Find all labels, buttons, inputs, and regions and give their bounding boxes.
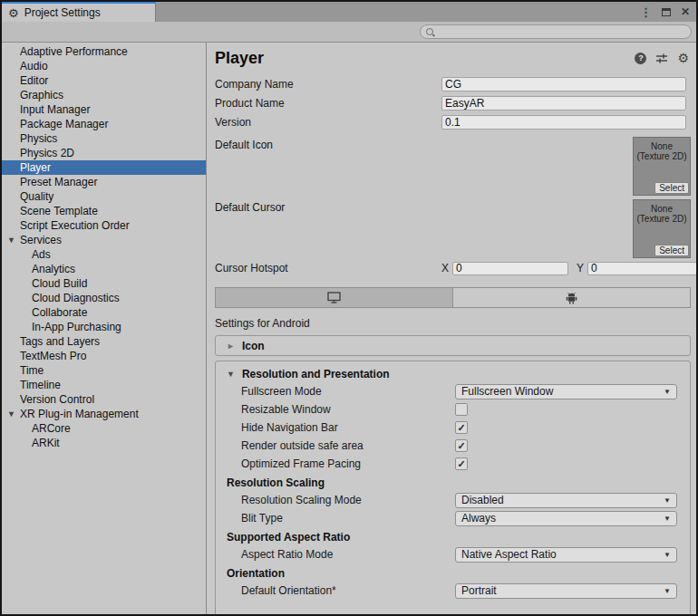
titlebar: ⚙ Project Settings ⋮ ✕ bbox=[2, 2, 696, 22]
resolution-scaling-mode-label: Resolution Scaling Mode bbox=[241, 494, 455, 506]
presets-icon[interactable] bbox=[655, 53, 668, 64]
sidebar-item-physics[interactable]: Physics bbox=[2, 131, 206, 146]
sidebar-item-package-manager[interactable]: Package Manager bbox=[2, 117, 206, 131]
help-icon[interactable]: ? bbox=[635, 53, 646, 64]
hotspot-x-field[interactable] bbox=[452, 262, 568, 275]
search-box[interactable] bbox=[420, 24, 692, 39]
sidebar-item-services[interactable]: ▼Services bbox=[2, 233, 206, 247]
chevron-right-icon: ► bbox=[227, 342, 235, 351]
sidebar-item-cloud-diagnostics[interactable]: Cloud Diagnostics bbox=[2, 291, 206, 305]
aspect-ratio-mode-label: Aspect Ratio Mode bbox=[241, 548, 455, 561]
resolution-presentation-title: Resolution and Presentation bbox=[242, 368, 390, 380]
hotspot-y-label: Y bbox=[577, 262, 584, 274]
sidebar-item-textmesh-pro[interactable]: TextMesh Pro bbox=[2, 349, 206, 363]
default-icon-texture-slot[interactable]: None (Texture 2D) Select bbox=[633, 137, 691, 196]
sidebar-item-scene-template[interactable]: Scene Template bbox=[2, 204, 206, 218]
default-icon-label: Default Icon bbox=[215, 139, 273, 151]
hotspot-x-label: X bbox=[441, 262, 449, 274]
default-orientation-label: Default Orientation* bbox=[241, 584, 455, 597]
sidebar-item-audio[interactable]: Audio bbox=[2, 59, 206, 73]
product-name-label: Product Name bbox=[215, 97, 441, 110]
search-input[interactable] bbox=[439, 26, 691, 37]
fullscreen-mode-dropdown[interactable]: Fullscreen Window ▼ bbox=[455, 384, 677, 399]
window-menu-icon[interactable]: ⋮ bbox=[640, 5, 652, 19]
chevron-down-icon[interactable]: ▼ bbox=[7, 233, 15, 247]
sidebar-item-ads[interactable]: Ads bbox=[2, 247, 206, 262]
tab-title: Project Settings bbox=[24, 6, 101, 19]
tab-android-platform[interactable] bbox=[453, 288, 690, 307]
version-label: Version bbox=[215, 116, 441, 129]
sidebar-item-analytics[interactable]: Analytics bbox=[2, 262, 206, 276]
default-icon-select-button[interactable]: Select bbox=[654, 182, 689, 194]
default-orientation-dropdown[interactable]: Portrait ▼ bbox=[455, 583, 677, 599]
sidebar-item-physics-2d[interactable]: Physics 2D bbox=[2, 146, 206, 160]
resolution-scaling-mode-dropdown[interactable]: Disabled ▼ bbox=[455, 493, 677, 508]
sidebar-item-time[interactable]: Time bbox=[2, 363, 206, 378]
maximize-icon[interactable] bbox=[662, 8, 671, 16]
blit-type-dropdown[interactable]: Always ▼ bbox=[455, 511, 677, 526]
sidebar-item-preset-manager[interactable]: Preset Manager bbox=[2, 175, 206, 189]
aspect-ratio-mode-dropdown[interactable]: Native Aspect Ratio ▼ bbox=[455, 547, 677, 563]
sidebar-item-script-execution-order[interactable]: Script Execution Order bbox=[2, 218, 206, 233]
sidebar-item-adaptive-performance[interactable]: Adaptive Performance bbox=[2, 44, 206, 59]
player-settings-panel: Player ? ⚙ Company Name Produc bbox=[207, 43, 696, 614]
default-cursor-select-button[interactable]: Select bbox=[654, 245, 689, 256]
sidebar-item-arcore[interactable]: ARCore bbox=[2, 421, 206, 436]
sidebar-item-arkit[interactable]: ARKit bbox=[2, 436, 206, 450]
resolution-presentation-foldout[interactable]: ▼ Resolution and Presentation bbox=[216, 365, 690, 382]
sidebar-item-version-control[interactable]: Version Control bbox=[2, 392, 206, 407]
version-field[interactable] bbox=[441, 115, 686, 130]
page-title: Player bbox=[215, 49, 264, 68]
render-outside-safe-area-label: Render outside safe area bbox=[241, 439, 455, 452]
hide-navigation-bar-checkbox[interactable]: ✓ bbox=[455, 421, 468, 434]
platform-tab-bar bbox=[215, 287, 691, 308]
render-outside-safe-area-checkbox[interactable]: ✓ bbox=[455, 439, 468, 452]
default-cursor-label: Default Cursor bbox=[215, 201, 285, 214]
resolution-scaling-subheader: Resolution Scaling bbox=[216, 475, 690, 491]
settings-for-android-title: Settings for Android bbox=[215, 316, 692, 331]
sidebar-item-xr-plugin-management[interactable]: ▼XR Plug-in Management bbox=[2, 407, 206, 421]
chevron-down-icon: ▼ bbox=[664, 515, 671, 523]
resizable-window-label: Resizable Window bbox=[241, 403, 455, 416]
sidebar-item-tags-and-layers[interactable]: Tags and Layers bbox=[2, 334, 206, 349]
gear-icon: ⚙ bbox=[8, 7, 19, 19]
sidebar-item-timeline[interactable]: Timeline bbox=[2, 378, 206, 392]
blit-type-label: Blit Type bbox=[241, 512, 455, 525]
sidebar-item-editor[interactable]: Editor bbox=[2, 73, 206, 88]
settings-category-list: Adaptive Performance Audio Editor Graphi… bbox=[2, 43, 207, 614]
android-icon bbox=[566, 292, 577, 304]
chevron-down-icon: ▼ bbox=[227, 370, 235, 379]
tab-project-settings[interactable]: ⚙ Project Settings bbox=[2, 2, 156, 22]
sidebar-item-collaborate[interactable]: Collaborate bbox=[2, 305, 206, 320]
toolbar bbox=[2, 22, 696, 43]
tab-desktop-platform[interactable] bbox=[216, 288, 453, 307]
sidebar-item-quality[interactable]: Quality bbox=[2, 189, 206, 204]
default-cursor-texture-slot[interactable]: None (Texture 2D) Select bbox=[633, 199, 691, 258]
gear-icon[interactable]: ⚙ bbox=[677, 52, 689, 64]
chevron-down-icon[interactable]: ▼ bbox=[7, 407, 15, 421]
chevron-down-icon: ▼ bbox=[664, 388, 671, 396]
resizable-window-checkbox[interactable] bbox=[455, 403, 468, 416]
resolution-presentation-section: ▼ Resolution and Presentation Fullscreen… bbox=[215, 361, 691, 614]
chevron-down-icon: ▼ bbox=[664, 496, 671, 505]
sidebar-item-cloud-build[interactable]: Cloud Build bbox=[2, 276, 206, 291]
close-icon[interactable]: ✕ bbox=[681, 5, 690, 18]
chevron-down-icon: ▼ bbox=[664, 551, 671, 559]
sidebar-item-player[interactable]: Player bbox=[2, 160, 206, 175]
optimized-frame-pacing-checkbox[interactable]: ✓ bbox=[455, 457, 468, 470]
product-name-field[interactable] bbox=[441, 96, 686, 111]
chevron-down-icon: ▼ bbox=[664, 587, 671, 595]
company-name-field[interactable] bbox=[441, 77, 686, 91]
company-name-label: Company Name bbox=[215, 78, 441, 91]
sidebar-item-in-app-purchasing[interactable]: In-App Purchasing bbox=[2, 320, 206, 334]
sidebar-item-input-manager[interactable]: Input Manager bbox=[2, 102, 206, 117]
sidebar-item-graphics[interactable]: Graphics bbox=[2, 88, 206, 102]
fullscreen-mode-label: Fullscreen Mode bbox=[241, 385, 455, 398]
project-settings-window: ⚙ Project Settings ⋮ ✕ Adaptive Performa… bbox=[0, 0, 698, 616]
orientation-subheader: Orientation bbox=[216, 565, 690, 582]
monitor-icon bbox=[327, 292, 341, 303]
hide-navigation-bar-label: Hide Navigation Bar bbox=[241, 421, 455, 434]
hotspot-y-field[interactable] bbox=[587, 262, 696, 275]
icon-section-foldout[interactable]: ► Icon bbox=[215, 335, 691, 356]
search-icon bbox=[425, 27, 435, 37]
